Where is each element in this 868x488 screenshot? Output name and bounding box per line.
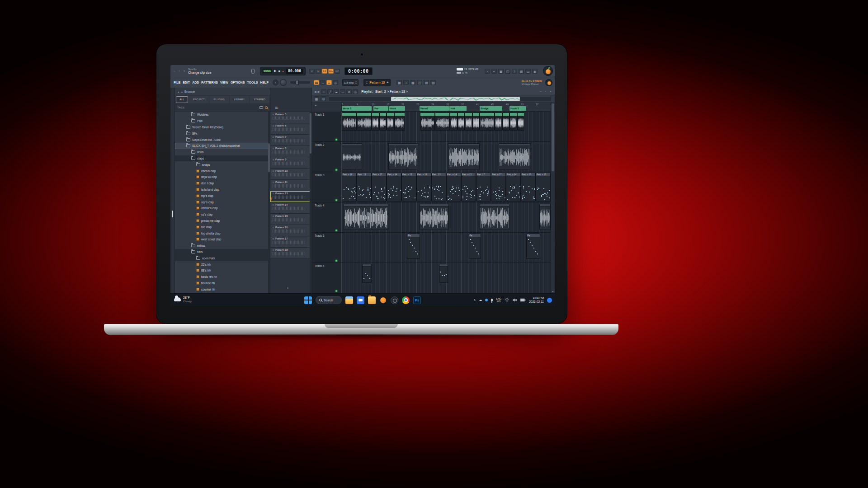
clip-audio[interactable] [388,143,418,169]
maximize-button[interactable]: ▫ [544,90,547,93]
pattern-row[interactable]: ≡Pattern 14 [270,202,311,214]
folder-item[interactable]: open hats [175,255,270,261]
pattern-menu-icon[interactable]: ≡ [273,124,274,127]
timeline-ruler[interactable]: 5913172125293337414549535761Verse 1PreHo… [342,103,551,112]
slider-thumb[interactable] [296,80,299,85]
section-marker[interactable]: Verse 1 [342,106,372,111]
prev-icon[interactable]: ◀ [314,90,316,93]
folder-item[interactable]: hats [175,249,270,255]
browser-scrollbar[interactable] [268,112,270,293]
track-lane[interactable] [342,263,551,293]
song-mode-toggle[interactable]: SONG [262,68,272,74]
search-icon[interactable] [265,106,268,109]
clip-green[interactable] [420,113,435,131]
track-header[interactable]: Track 6 [312,263,342,293]
step-grid-button[interactable]: Ш [316,69,321,74]
language-switcher[interactable]: ENG US [496,297,501,303]
scroll-down-icon[interactable]: ▼ [551,290,555,293]
clip-audio[interactable] [448,143,480,169]
step-grid-icon[interactable]: Ш [275,106,278,110]
notification-badge[interactable] [547,298,552,303]
pattern-row[interactable]: ≡Pattern 7 [270,135,311,146]
history-icon[interactable]: ◔ [485,69,490,74]
clip-midi-sparse[interactable] [439,264,448,283]
eraser-icon[interactable]: ▱ [340,89,345,94]
brush-icon[interactable]: ▰ [334,89,339,94]
track-led-icon[interactable] [335,230,337,231]
clip-midi[interactable]: Patt..n 17 [372,173,387,202]
wait-input-button[interactable]: Ш+ [328,69,334,74]
typing-keyboard-icon[interactable]: ▤ [519,69,524,74]
file-item[interactable]: la la land clap [175,187,270,193]
clip-green[interactable] [342,113,357,131]
close-button[interactable]: × [549,90,552,93]
track-led-icon[interactable] [335,260,337,262]
collapse-all-icon[interactable]: ▲ [177,90,179,93]
clip-midi[interactable]: Patt...13 [431,173,446,202]
help-icon[interactable]: ? [512,69,517,74]
file-item[interactable]: 88's hh [175,267,270,274]
pencil-icon[interactable]: ╱ [327,89,333,94]
menu-file[interactable]: FILE [173,81,181,84]
pattern-menu-icon[interactable]: ≡ [273,192,274,195]
onedrive-icon[interactable]: ☁ [479,298,482,302]
pattern-row[interactable]: ≡Pattern 16 [270,225,311,236]
piano-roll-icon[interactable]: ♪ [403,80,409,85]
track-lane[interactable]: PaPaPa [342,233,551,263]
recorder-icon[interactable] [391,296,398,304]
mic-icon[interactable]: ◎ [333,80,338,85]
drag-handle-icon[interactable] [172,211,173,217]
pattern-row[interactable]: ≡Pattern 15 [270,214,311,225]
clip-audio[interactable] [420,204,449,230]
battery-icon[interactable] [520,298,526,302]
track-lane[interactable] [342,142,551,172]
clip-midi[interactable]: Patt..17 [476,173,491,202]
pattern-menu-icon[interactable]: ≡ [273,249,274,251]
clip-green[interactable] [495,113,502,131]
taskbar-search[interactable]: Search [316,296,342,304]
scrollbar-thumb[interactable] [552,103,554,171]
pattern-row[interactable]: ≡Pattern 8 [270,146,311,157]
clip-green[interactable] [372,113,379,131]
folder-item[interactable]: 808s [175,149,270,155]
folder-item[interactable]: claps [175,155,270,162]
tags-bar[interactable]: TAGS [175,104,270,112]
menu-patterns[interactable]: PATTERNS [200,81,219,84]
clip-midi[interactable]: Patt..n 15 [461,173,476,202]
play-button[interactable]: ▶ [274,69,276,73]
clip-green[interactable] [472,113,480,131]
clip-midi-stairs[interactable]: Pa [526,234,540,259]
pattern-row[interactable]: ≡Pattern 9 [270,157,311,169]
menu-edit[interactable]: EDIT [182,81,191,84]
next-icon[interactable]: ▶ [318,90,320,93]
file-item[interactable]: cactus clap [175,168,270,174]
menu-view[interactable]: VIEW [219,81,229,84]
tab-all[interactable]: ALL [176,96,188,103]
cut-icon[interactable]: ✂ [491,69,497,74]
zoom-icon[interactable]: ◎ [353,89,358,94]
pattern-menu-icon[interactable]: ≡ [273,113,274,116]
folder-item[interactable]: SFx [175,130,270,136]
chat-icon[interactable]: ◉ [532,69,538,74]
clip-green[interactable] [435,113,450,131]
chevron-up-icon[interactable]: ∧ [473,298,476,302]
clip-green[interactable] [357,113,372,131]
pattern-menu-icon[interactable]: ≡ [273,169,274,172]
add-pattern-button[interactable]: + [287,286,289,291]
clip-green[interactable] [450,113,458,131]
pattern-menu-icon[interactable]: ≡ [273,147,274,150]
windows-start-button[interactable] [304,296,312,304]
step-sequencer-icon[interactable]: ▩ [410,80,415,85]
paste-icon[interactable]: ◫ [505,69,510,74]
microphone-icon[interactable] [491,299,493,301]
file-item[interactable]: top shotta clap [175,230,270,236]
file-item[interactable]: prada me clap [175,218,270,224]
step-record-icon[interactable]: Ш [314,80,319,85]
clip-midi[interactable]: Patt..n 17 [491,173,506,202]
plugins-icon[interactable]: ▧ [430,80,436,85]
file-item[interactable]: deja vu clap [175,174,270,180]
tab-library[interactable]: LIBRARY [230,96,250,103]
pattern-menu-icon[interactable]: ≡ [273,158,274,161]
folder-item[interactable]: SLICK SH_T VOL.1 @slickmadethat [175,143,270,149]
weather-widget[interactable]: 28°F Cloudy [174,296,192,303]
